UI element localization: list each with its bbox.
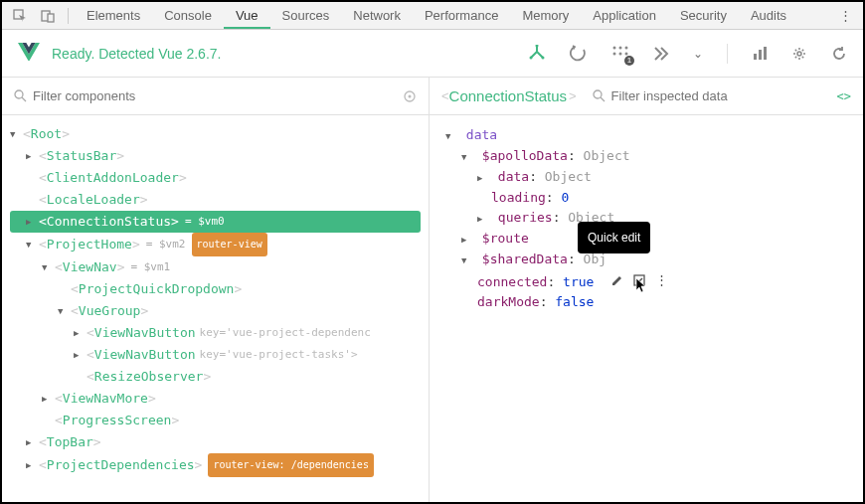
settings-icon[interactable]: [791, 46, 807, 62]
arrow-right-icon[interactable]: ▶: [477, 209, 487, 229]
dropdown-icon[interactable]: ⌄: [693, 47, 703, 61]
component-tree: ▼ <Root>▶ <StatusBar>▶ <ClientAddonLoade…: [2, 115, 429, 502]
tab-network[interactable]: Network: [341, 2, 413, 29]
tab-performance[interactable]: Performance: [413, 2, 510, 29]
tab-sources[interactable]: Sources: [270, 2, 342, 29]
arrow-down-icon[interactable]: ▼: [461, 251, 471, 270]
router-badge: router-view: [192, 233, 267, 256]
arrow-right-icon[interactable]: ▶: [461, 230, 471, 250]
data-value: 0: [561, 190, 569, 205]
inspected-header: < ConnectionStatus > <>: [430, 78, 863, 115]
data-key: darkMode: [477, 294, 540, 309]
tree-node[interactable]: ▶ <ProgressScreen>: [2, 410, 429, 431]
more-icon[interactable]: ⋮: [831, 8, 859, 23]
data-root: data: [466, 127, 497, 142]
vuex-icon[interactable]: [570, 45, 588, 63]
tab-memory[interactable]: Memory: [510, 2, 581, 29]
svg-point-19: [594, 90, 602, 98]
tree-node[interactable]: ▼ <VueGroup>: [2, 300, 429, 322]
arrow-right-icon[interactable]: ▶: [42, 388, 52, 410]
inspected-component: ConnectionStatus: [449, 87, 567, 104]
tree-node[interactable]: ▶ <ClientAddonLoader>: [2, 167, 429, 189]
vue-toolbar: Ready. Detected Vue 2.6.7. ⌄: [2, 30, 863, 78]
svg-point-5: [542, 56, 545, 59]
tree-node[interactable]: ▶ <ResizeObserver>: [2, 366, 429, 388]
perf-icon[interactable]: [752, 46, 768, 62]
tree-node[interactable]: ▶ <ViewNavButton key='vue-project-depend…: [2, 322, 429, 344]
svg-point-18: [409, 94, 412, 97]
tab-elements[interactable]: Elements: [75, 2, 152, 29]
svg-rect-2: [48, 14, 54, 22]
arrow-down-icon[interactable]: ▼: [42, 256, 52, 278]
data-key: $apolloData: [482, 148, 568, 163]
filter-input[interactable]: [33, 88, 403, 103]
data-key: loading: [491, 190, 546, 205]
tree-node[interactable]: ▶ <ProjectDependencies>router-view: /dep…: [2, 453, 429, 477]
svg-point-8: [625, 46, 628, 49]
svg-rect-12: [754, 54, 757, 60]
tree-node[interactable]: ▶ <ProjectQuickDropdown>: [2, 278, 429, 300]
tree-node[interactable]: ▼ <ProjectHome> = $vm2router-view: [2, 233, 429, 256]
svg-point-15: [797, 52, 801, 56]
angle-close: >: [569, 88, 577, 103]
tab-security[interactable]: Security: [668, 2, 739, 29]
inspect-icon[interactable]: [6, 9, 34, 23]
arrow-right-icon[interactable]: ▶: [74, 344, 84, 366]
arrow-right-icon[interactable]: ▶: [74, 322, 84, 344]
tree-node[interactable]: ▶ <LocaleLoader>: [2, 189, 429, 211]
tree-node[interactable]: ▶ <StatusBar>: [2, 145, 429, 167]
tree-node[interactable]: ▼ <Root>: [2, 123, 429, 145]
tree-node[interactable]: ▶ <TopBar>: [2, 431, 429, 453]
more-icon[interactable]: ⋮: [655, 270, 668, 290]
routing-icon[interactable]: [653, 46, 669, 62]
svg-point-9: [613, 52, 616, 55]
arrow-right-icon[interactable]: ▶: [477, 168, 487, 188]
refresh-icon[interactable]: [831, 46, 847, 62]
svg-rect-14: [764, 47, 767, 60]
data-value: Obj: [584, 252, 606, 266]
arrow-right-icon[interactable]: ▶: [26, 454, 36, 476]
svg-point-11: [625, 52, 628, 55]
tree-node[interactable]: ▼ <ViewNav> = $vm1: [2, 256, 429, 278]
arrow-down-icon[interactable]: ▼: [58, 300, 68, 322]
tab-vue[interactable]: Vue: [224, 2, 270, 29]
arrow-right-icon[interactable]: ▶: [26, 145, 36, 167]
tooltip: Quick edit: [578, 222, 650, 253]
arrow-down-icon[interactable]: ▼: [26, 234, 36, 255]
search-icon: [593, 89, 606, 102]
data-key: $sharedData: [482, 252, 568, 266]
tab-application[interactable]: Application: [581, 2, 668, 29]
code-icon[interactable]: <>: [837, 89, 851, 103]
arrow-right-icon[interactable]: ▶: [26, 431, 36, 453]
edit-icon[interactable]: [611, 274, 623, 286]
components-icon[interactable]: [528, 45, 546, 63]
tree-node[interactable]: ▶ <ViewNavMore>: [2, 388, 429, 410]
data-filter-input[interactable]: [611, 88, 837, 103]
data-key: queries: [498, 210, 553, 225]
cursor-icon: [635, 277, 649, 293]
arrow-right-icon[interactable]: ▶: [26, 211, 36, 233]
target-icon[interactable]: [403, 89, 417, 103]
tree-node[interactable]: ▶ <ViewNavButton key='vue-project-tasks'…: [2, 344, 429, 366]
data-value: true: [563, 274, 594, 289]
data-value: false: [555, 294, 594, 309]
svg-point-7: [619, 46, 622, 49]
events-icon[interactable]: [611, 45, 629, 63]
data-value: Object: [545, 169, 592, 184]
angle-open: <: [441, 88, 449, 103]
quick-edit-icon[interactable]: [633, 274, 645, 286]
svg-point-16: [15, 90, 23, 98]
tree-node[interactable]: ▶ <ConnectionStatus> = $vm0: [10, 211, 421, 233]
svg-point-6: [613, 46, 616, 49]
arrow-down-icon[interactable]: ▼: [10, 123, 20, 145]
arrow-down-icon[interactable]: ▼: [445, 126, 455, 146]
devtools-tabs: Elements Console Vue Sources Network Per…: [2, 2, 863, 30]
svg-point-3: [536, 45, 539, 48]
data-key: $route: [482, 231, 529, 246]
device-icon[interactable]: [34, 9, 62, 23]
arrow-down-icon[interactable]: ▼: [461, 147, 471, 167]
tab-audits[interactable]: Audits: [739, 2, 798, 29]
svg-point-10: [619, 52, 622, 55]
svg-rect-13: [759, 50, 762, 60]
tab-console[interactable]: Console: [152, 2, 224, 29]
